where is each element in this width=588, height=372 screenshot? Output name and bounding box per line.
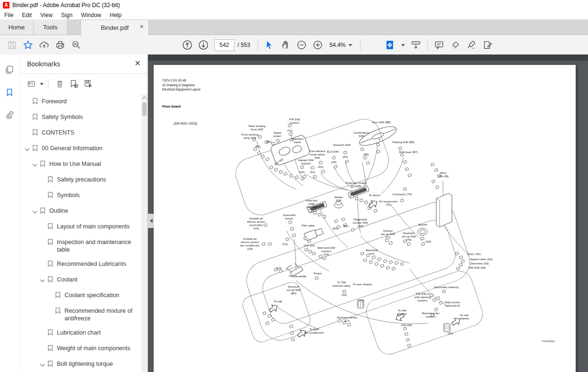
bookmark-icon [55,291,61,300]
page-display-button[interactable] [408,37,424,53]
chevron-down-icon [39,330,46,336]
star-favorite-button[interactable] [20,37,36,53]
bookmark-item[interactable]: 00 General Information [19,141,141,157]
bookmark-item[interactable]: Weight of main components [19,341,141,357]
fill-sign-button[interactable] [479,37,496,53]
tab-home[interactable]: Home [0,19,34,35]
bookmark-item[interactable]: Safety Symbols [19,110,141,126]
page-thumbnails-icon[interactable] [4,64,15,75]
goto-bookmark-icon[interactable] [82,78,94,90]
bookmark-item[interactable]: Symbols [19,188,141,204]
zoom-out-button[interactable] [294,37,310,53]
delete-bookmark-icon[interactable] [54,78,66,90]
hand-tool-button[interactable] [277,37,294,53]
bookmark-options-icon[interactable] [25,78,37,90]
new-bookmark-icon[interactable] [68,78,80,90]
tab-document-label: Binder.pdf [101,24,129,31]
share-cloud-button[interactable] [36,37,52,53]
bookmark-icon [47,345,53,354]
menu-window[interactable]: Window [77,12,106,18]
bookmark-item[interactable]: Recommended mixture of antifreeze [19,304,141,326]
document-area: 70ZV-2 EU 92-48 92 Drawing & Diagrams El… [148,54,588,372]
bookmark-item[interactable]: Coolant [19,272,141,288]
bookmark-item[interactable]: Inspection and maintenance table [19,235,141,257]
bookmarks-scrollbar[interactable] [141,94,147,372]
zoom-level-value[interactable]: 54.4% [330,42,346,48]
bookmark-label: Recommended Lubricants [57,260,140,268]
options-caret-icon[interactable] [40,83,44,85]
bookmark-item[interactable]: Bolt tightening torque [19,357,141,372]
window-titlebar: A Binder.pdf - Adobe Acrobat Pro DC (32-… [0,0,588,10]
tab-tools[interactable]: Tools [34,19,67,35]
bookmark-label: Symbols [57,191,140,199]
tab-close-icon[interactable]: × [140,23,144,30]
panel-close-icon[interactable]: ✕ [135,60,141,67]
acrobat-window: A Binder.pdf - Adobe Acrobat Pro DC (32-… [0,0,588,372]
sign-pen-button[interactable] [463,37,479,53]
bookmark-icon [32,129,38,138]
menu-edit[interactable]: Edit [18,12,36,18]
bookmark-item[interactable]: Coolant specification [19,288,141,304]
comment-button[interactable] [431,37,447,53]
menu-view[interactable]: View [36,12,57,18]
chevron-down-icon[interactable] [39,277,46,283]
bookmark-icon [47,176,53,185]
bookmark-label: Foreword [42,98,140,105]
bookmark-item[interactable]: Safety precautions [19,172,141,188]
chevron-down-icon[interactable] [24,145,31,152]
bookmark-item[interactable]: Foreword [19,94,141,110]
bookmark-item[interactable]: Outline [19,204,141,219]
menu-help[interactable]: Help [106,12,126,18]
fit-page-button[interactable] [382,37,398,53]
chevron-down-icon [39,261,46,268]
bookmark-label: Coolant [57,276,140,283]
chevron-down-icon [39,192,46,199]
bookmark-label: Lubrication chart [57,329,140,336]
bookmark-item[interactable]: CONTENTS [19,126,141,141]
bookmark-label: Recommended mixture of antifreeze [64,307,140,322]
next-page-button[interactable] [195,37,211,53]
chevron-down-icon[interactable] [39,361,46,368]
bookmark-item[interactable]: How to Use Manual [19,157,141,172]
bookmarks-panel-icon[interactable] [4,87,15,98]
panel-collapse-handle[interactable] [148,214,154,228]
chevron-down-icon [47,308,54,315]
page-number-input[interactable] [214,39,234,51]
bookmark-icon [47,329,53,338]
menu-file[interactable]: File [0,12,18,18]
search-button[interactable] [68,37,84,53]
select-tool-button[interactable] [261,37,277,53]
bookmark-label: Safety Symbols [42,113,140,121]
scroll-up-icon[interactable] [141,94,147,101]
scrollbar-thumb[interactable] [142,102,147,116]
bookmark-icon [47,276,53,285]
chevron-down-icon[interactable] [32,208,39,215]
bookmark-label: Weight of main components [57,345,140,352]
panel-divider [48,79,49,89]
previous-page-button[interactable] [179,37,195,53]
bookmark-item[interactable]: Layout of main components [19,219,141,235]
toolbar-divider [360,39,360,51]
bookmark-icon [47,260,53,269]
bookmarks-toolbar [19,74,147,94]
print-button[interactable] [52,37,68,53]
acrobat-logo-icon: A [3,2,9,9]
zoom-in-button[interactable] [310,37,326,53]
fit-dropdown-caret-icon[interactable] [401,44,405,46]
chevron-down-icon [39,345,46,352]
main-toolbar: / 553 54.4% [0,35,588,56]
highlight-button[interactable] [447,37,463,53]
bookmark-icon [55,307,61,316]
save-button[interactable] [4,37,20,53]
bookmark-item[interactable]: Lubrication chart [19,326,141,341]
menu-sign[interactable]: Sign [57,12,77,18]
attachments-icon[interactable] [4,109,15,121]
chevron-down-icon[interactable] [32,161,39,168]
zoom-dropdown-caret-icon[interactable] [349,44,352,46]
bookmark-label: CONTENTS [42,129,140,136]
panel-title: Bookmarks [27,60,60,68]
tab-document[interactable]: Binder.pdf × [81,19,149,35]
bookmarks-tree: ForewordSafety SymbolsCONTENTS00 General… [19,94,141,372]
bookmark-icon [32,145,38,154]
bookmark-item[interactable]: Recommended Lubricants [19,257,141,272]
